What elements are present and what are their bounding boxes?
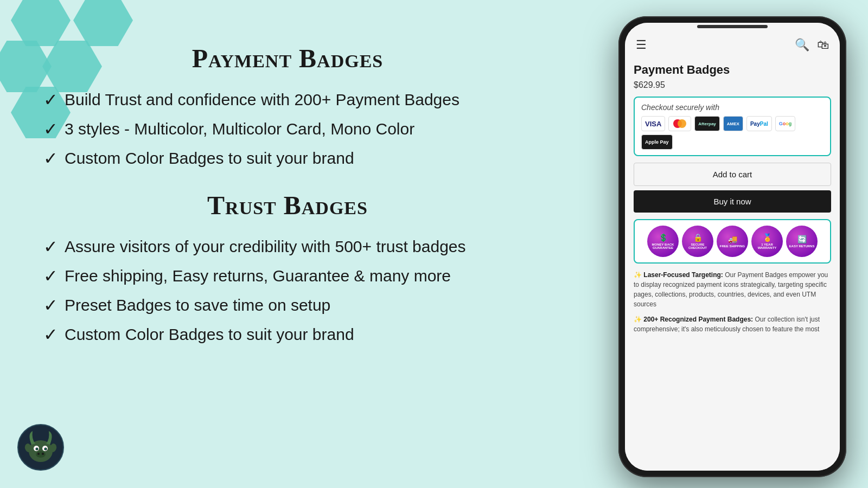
mastercard-payment-icon: [668, 116, 691, 131]
description-block-1: ✨ Laser-Focused Targeting: Our Payment B…: [634, 270, 831, 309]
product-price: $629.95: [634, 80, 831, 90]
shipping-icon: 🚚: [728, 235, 737, 243]
svg-point-10: [42, 453, 44, 455]
star-icon-1: ✨: [634, 271, 642, 279]
phone-notch: [697, 25, 768, 28]
phone-mockup: ☰ 🔍 🛍 Payment Badges $629.95 Checkout se…: [618, 16, 846, 477]
trust-badge-label: MONEY BACK GUARANTEE: [649, 243, 676, 249]
money-back-icon: 💲: [659, 233, 668, 242]
trust-badge-warranty: 🏅 1 YEAR WARRANTY: [751, 226, 783, 257]
checkmark-icon: ✓: [43, 236, 58, 257]
hex-2: [73, 0, 133, 46]
trust-badges-box: 💲 MONEY BACK GUARANTEE 🔒 SECURE CHECKOUT…: [634, 219, 831, 264]
returns-icon: 🔄: [797, 235, 807, 243]
description-text-2: ✨ 200+ Recognized Payment Badges: Our co…: [634, 314, 831, 334]
trust-badge-shipping: 🚚 FREE SHIPPING: [717, 226, 748, 257]
trust-badges-row: 💲 MONEY BACK GUARANTEE 🔒 SECURE CHECKOUT…: [640, 226, 825, 257]
desc-bold-2: 200+ Recognized Payment Badges:: [643, 316, 753, 323]
trust-badge-returns: 🔄 EASY RETURNS: [786, 226, 818, 257]
desc-bold-1: Laser-Focused Targeting:: [643, 271, 723, 279]
checkmark-icon: ✓: [43, 324, 58, 345]
phone-frame: ☰ 🔍 🛍 Payment Badges $629.95 Checkout se…: [618, 16, 846, 477]
list-item: ✓3 styles - Multicolor, Multicolor Card,…: [43, 119, 532, 139]
checkmark-icon: ✓: [43, 119, 58, 139]
phone-top-icons: 🔍 🛍: [795, 38, 829, 52]
brand-logo: [16, 423, 65, 472]
buy-now-button[interactable]: Buy it now: [634, 190, 831, 213]
amex-payment-icon: AMEX: [723, 116, 743, 131]
list-item: ✓Build Trust and confidence with 200+ Pa…: [43, 89, 532, 110]
checkmark-icon: ✓: [43, 148, 58, 169]
add-to-cart-button[interactable]: Add to cart: [634, 163, 831, 186]
visa-payment-icon: VISA: [641, 116, 665, 131]
trust-badge-money-back: 💲 MONEY BACK GUARANTEE: [647, 226, 679, 257]
checkmark-icon: ✓: [43, 266, 58, 286]
phone-content: Payment Badges $629.95 Checkout securely…: [625, 57, 840, 471]
list-item: ✓Assure visitors of your credibility wit…: [43, 236, 532, 257]
svg-point-14: [678, 119, 686, 128]
description-text-1: ✨ Laser-Focused Targeting: Our Payment B…: [634, 270, 831, 309]
menu-icon[interactable]: ☰: [636, 38, 647, 52]
trust-badge-secure: 🔒 SECURE CHECKOUT: [682, 226, 713, 257]
checkout-label: Checkout securely with: [641, 103, 824, 112]
list-item: ✓Preset Badges to save time on setup: [43, 295, 532, 316]
svg-point-9: [37, 453, 40, 455]
warranty-icon: 🏅: [763, 233, 772, 242]
svg-point-7: [45, 448, 46, 450]
svg-point-8: [36, 451, 46, 458]
list-item: ✓Custom Color Badges to suit your brand: [43, 148, 532, 169]
search-icon[interactable]: 🔍: [795, 38, 809, 52]
applepay-payment-icon: Apple Pay: [641, 134, 673, 150]
payment-icons-row: VISA Afterpay AMEX PayPal Goog Apple Pay: [641, 116, 824, 150]
trust-badges-list: ✓Assure visitors of your credibility wit…: [43, 236, 532, 345]
list-item: ✓Free shipping, Easy returns, Guarantee …: [43, 266, 532, 286]
checkmark-icon: ✓: [43, 295, 58, 316]
phone-screen: ☰ 🔍 🛍 Payment Badges $629.95 Checkout se…: [625, 23, 840, 471]
payment-badges-list: ✓Build Trust and confidence with 200+ Pa…: [43, 89, 532, 169]
paypal-payment-icon: PayPal: [746, 116, 772, 131]
star-icon-2: ✨: [634, 316, 642, 323]
hex-1: [11, 0, 71, 46]
description-block-2: ✨ 200+ Recognized Payment Badges: Our co…: [634, 314, 831, 334]
afterpay-payment-icon: Afterpay: [694, 116, 719, 131]
trust-badge-label: FREE SHIPPING: [720, 245, 745, 248]
svg-point-6: [36, 448, 37, 450]
payment-badges-title: Payment Badges: [43, 43, 532, 73]
trust-badges-title: Trust Badges: [43, 190, 532, 220]
secure-icon: 🔒: [693, 233, 703, 242]
trust-badge-label: 1 YEAR WARRANTY: [754, 243, 781, 249]
trust-badge-label: SECURE CHECKOUT: [684, 243, 711, 249]
checkout-box: Checkout securely with VISA Afterpay AME…: [634, 97, 831, 156]
product-title: Payment Badges: [634, 63, 831, 77]
gpay-payment-icon: Goog: [775, 116, 796, 131]
trust-badge-label: EASY RETURNS: [789, 245, 815, 248]
list-item: ✓Custom Color Badges to suit your brand: [43, 324, 532, 345]
cart-icon[interactable]: 🛍: [817, 38, 829, 52]
left-content: Payment Badges ✓Build Trust and confiden…: [43, 43, 532, 367]
checkmark-icon: ✓: [43, 89, 58, 110]
